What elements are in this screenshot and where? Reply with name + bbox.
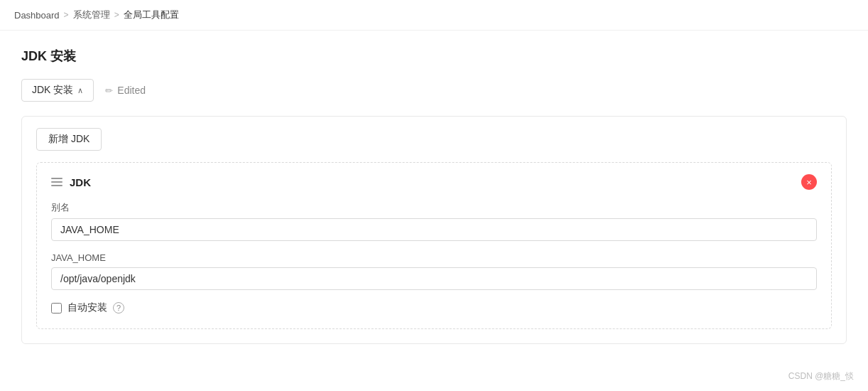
chevron-up-icon: ∧ bbox=[77, 86, 83, 95]
breadcrumb-system[interactable]: 系统管理 bbox=[73, 9, 110, 21]
auto-install-checkbox[interactable] bbox=[51, 303, 62, 314]
edited-label-text: Edited bbox=[117, 85, 146, 96]
drag-handle-icon[interactable] bbox=[51, 178, 63, 186]
drag-line-2 bbox=[51, 181, 63, 183]
java-home-input[interactable] bbox=[51, 267, 817, 290]
breadcrumb: Dashboard > 系统管理 > 全局工具配置 bbox=[0, 0, 868, 31]
auto-install-row: 自动安装 ? bbox=[51, 301, 817, 314]
watermark: CSDN @糖糖_惔 bbox=[788, 370, 854, 382]
jdk-card-title-text: JDK bbox=[70, 176, 91, 188]
page-title: JDK 安装 bbox=[21, 48, 847, 65]
edit-icon: ✏ bbox=[105, 85, 113, 96]
jdk-card-header: JDK × bbox=[51, 174, 817, 190]
breadcrumb-dashboard[interactable]: Dashboard bbox=[14, 10, 60, 21]
breadcrumb-global-tools: 全局工具配置 bbox=[124, 9, 179, 21]
jdk-card: JDK × 别名 JAVA_HOME 自动安装 ? bbox=[36, 162, 832, 329]
alias-label: 别名 bbox=[51, 201, 817, 214]
java-home-field: JAVA_HOME bbox=[51, 252, 817, 290]
java-home-label: JAVA_HOME bbox=[51, 252, 817, 263]
drag-line-3 bbox=[51, 185, 63, 186]
add-jdk-button[interactable]: 新增 JDK bbox=[36, 128, 102, 151]
page-content: JDK 安装 JDK 安装 ∧ ✏ Edited 新增 JDK bbox=[0, 31, 868, 361]
auto-install-label: 自动安装 bbox=[67, 301, 107, 314]
drag-line-1 bbox=[51, 178, 63, 179]
jdk-card-title-area: JDK bbox=[51, 176, 91, 188]
section-card: 新增 JDK JDK × 别名 bbox=[21, 116, 847, 344]
edited-status: ✏ Edited bbox=[105, 85, 146, 96]
close-jdk-button[interactable]: × bbox=[801, 174, 817, 190]
auto-install-help-icon[interactable]: ? bbox=[113, 302, 124, 314]
alias-input[interactable] bbox=[51, 218, 817, 241]
breadcrumb-sep-2: > bbox=[114, 10, 119, 20]
tab-jdk-install[interactable]: JDK 安装 ∧ bbox=[21, 79, 94, 102]
alias-field: 别名 bbox=[51, 201, 817, 241]
breadcrumb-sep-1: > bbox=[64, 10, 69, 20]
tab-jdk-install-label: JDK 安装 bbox=[32, 84, 73, 97]
tab-bar: JDK 安装 ∧ ✏ Edited bbox=[21, 79, 847, 102]
